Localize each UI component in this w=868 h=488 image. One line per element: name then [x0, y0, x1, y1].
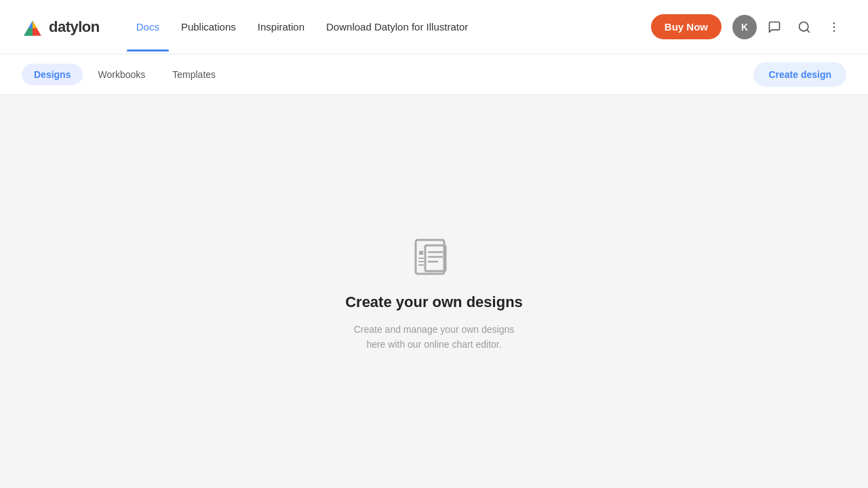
more-icon-button[interactable]	[822, 15, 846, 39]
datylon-logo-icon	[22, 16, 43, 38]
search-icon-button[interactable]	[792, 15, 816, 39]
logo[interactable]: datylon	[22, 16, 100, 38]
main-content: Create your own designs Create and manag…	[0, 95, 868, 488]
nav-item-inspiration[interactable]: Inspiration	[248, 16, 314, 38]
tab-designs[interactable]: Designs	[22, 64, 83, 85]
tab-bar: Designs Workbooks Templates	[22, 64, 228, 85]
empty-state-title: Create your own designs	[345, 293, 523, 311]
search-icon	[797, 20, 811, 34]
more-vertical-icon	[827, 20, 841, 34]
empty-state-description: Create and manage your own designs here …	[346, 322, 522, 352]
empty-state: Create your own designs Create and manag…	[345, 231, 523, 352]
svg-point-5	[833, 30, 835, 32]
tab-templates[interactable]: Templates	[160, 64, 228, 85]
svg-rect-11	[419, 251, 423, 255]
avatar-button[interactable]: K	[732, 15, 757, 39]
designs-empty-icon	[410, 231, 458, 280]
chat-icon	[768, 20, 781, 34]
sub-header: Designs Workbooks Templates Create desig…	[0, 54, 868, 95]
svg-line-2	[807, 29, 810, 32]
svg-point-4	[833, 26, 835, 28]
buy-now-button[interactable]: Buy Now	[651, 14, 722, 39]
nav-item-publications[interactable]: Publications	[172, 16, 245, 38]
svg-point-3	[833, 22, 835, 24]
chat-icon-button[interactable]	[762, 15, 787, 39]
header-right: Buy Now K	[651, 14, 846, 39]
nav-item-download[interactable]: Download Datylon for Illustrator	[317, 16, 477, 38]
nav-item-docs[interactable]: Docs	[127, 16, 169, 38]
tab-workbooks[interactable]: Workbooks	[85, 64, 157, 85]
svg-rect-7	[425, 245, 446, 271]
logo-text: datylon	[49, 18, 100, 36]
main-nav: Docs Publications Inspiration Download D…	[127, 16, 651, 38]
header: datylon Docs Publications Inspiration Do…	[0, 0, 868, 54]
create-design-button[interactable]: Create design	[753, 62, 846, 87]
